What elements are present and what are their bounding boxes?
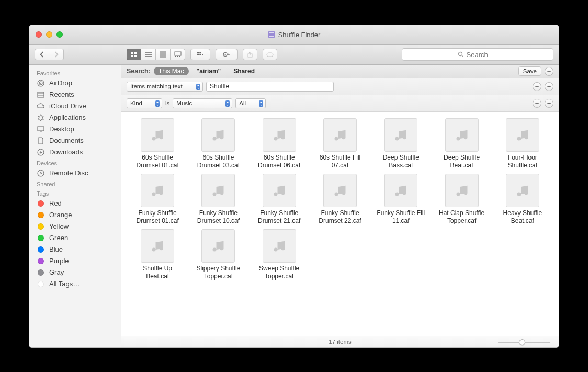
filter-text-input[interactable] — [206, 82, 334, 92]
scope-current-folder[interactable]: "airiam" — [192, 67, 226, 75]
back-button[interactable] — [35, 49, 49, 60]
forward-button[interactable] — [49, 49, 64, 60]
icon-size-slider[interactable] — [498, 342, 550, 343]
sidebar-item-label: Desktop — [49, 125, 74, 133]
file-item[interactable]: Slippery Shuffle Topper.caf — [188, 229, 248, 280]
sidebar-item[interactable]: Orange — [29, 209, 121, 221]
list-view-button[interactable] — [141, 49, 156, 60]
file-name: Four-Floor Shuffle.caf — [496, 154, 549, 170]
sidebar-item-label: Documents — [49, 137, 84, 144]
file-item[interactable]: Deep Shuffle Bass.caf — [371, 118, 431, 170]
sidebar-item[interactable]: Remote Disc — [29, 167, 121, 179]
svg-rect-27 — [38, 92, 44, 97]
sidebar-item-label: Red — [49, 199, 62, 207]
svg-rect-3 — [134, 55, 137, 57]
remove-filter-button[interactable]: − — [533, 99, 541, 108]
file-item[interactable]: Funky Shuffle Drumset 10.caf — [188, 174, 248, 225]
music-file-icon — [323, 174, 357, 207]
file-name: Funky Shuffle Fill 11.caf — [375, 209, 427, 225]
add-filter-button[interactable]: + — [545, 99, 553, 108]
sidebar-item[interactable]: Green — [29, 232, 121, 244]
file-name: 60s Shuffle Drumset 03.caf — [192, 154, 244, 170]
filter-op-label: is — [165, 100, 169, 106]
scope-shared[interactable]: Shared — [229, 67, 259, 75]
add-filter-button[interactable]: + — [545, 82, 553, 91]
file-name: Deep Shuffle Beat.caf — [436, 154, 488, 170]
arrange-button[interactable] — [190, 49, 210, 60]
tags-button[interactable] — [263, 49, 277, 60]
file-item[interactable]: Funky Shuffle Drumset 01.caf — [128, 174, 187, 225]
sidebar-item[interactable]: Recents — [29, 89, 121, 100]
file-item[interactable]: Hat Clap Shuffle Topper.caf — [432, 174, 491, 225]
window-title: Shuffle Finder — [278, 31, 321, 39]
file-item[interactable]: Heavy Shuffle Beat.caf — [493, 174, 552, 225]
file-item[interactable]: Funky Shuffle Fill 11.caf — [371, 174, 431, 225]
sidebar-item-label: Gray — [49, 268, 64, 276]
file-item[interactable]: Deep Shuffle Beat.caf — [432, 118, 491, 170]
file-name: Funky Shuffle Drumset 22.caf — [314, 209, 366, 225]
criterion-popup-text[interactable]: Items matching text — [127, 82, 203, 92]
svg-point-22 — [458, 52, 462, 56]
search-scope-bar: Search: This Mac "airiam" Shared Save − — [121, 65, 559, 78]
svg-point-33 — [38, 170, 44, 176]
apps-icon — [37, 114, 45, 122]
sidebar-item[interactable]: Desktop — [29, 123, 121, 135]
sidebar-item[interactable]: Gray — [29, 267, 121, 278]
column-view-button[interactable] — [156, 49, 171, 60]
tag-dot-icon — [38, 281, 44, 287]
file-item[interactable]: 60s Shuffle Drumset 01.caf — [128, 118, 187, 170]
file-item[interactable]: Funky Shuffle Drumset 22.caf — [310, 174, 370, 225]
share-button[interactable] — [243, 49, 257, 60]
action-button[interactable] — [216, 49, 238, 60]
file-name: Shuffle Up Beat.caf — [131, 265, 184, 280]
sidebar-item[interactable]: Blue — [29, 244, 121, 255]
sidebar-item[interactable]: AirDrop — [29, 77, 121, 89]
sidebar-item-label: iCloud Drive — [49, 102, 86, 110]
kind-popup[interactable]: Music — [173, 98, 232, 108]
scope-this-mac[interactable]: This Mac — [154, 67, 189, 75]
file-item[interactable]: 60s Shuffle Drumset 06.caf — [250, 118, 309, 170]
sidebar-item-label: Green — [49, 234, 68, 242]
file-item[interactable]: 60s Shuffle Fill 07.caf — [310, 118, 370, 170]
file-item[interactable]: Four-Floor Shuffle.caf — [493, 118, 552, 170]
svg-rect-17 — [199, 54, 201, 55]
sidebar-item[interactable]: Downloads — [29, 146, 121, 158]
icon-view-button[interactable] — [127, 49, 141, 60]
status-bar: 17 items — [121, 336, 559, 347]
main-area: Search: This Mac "airiam" Shared Save − … — [121, 65, 559, 347]
file-item[interactable]: 60s Shuffle Drumset 03.caf — [188, 118, 248, 170]
file-item[interactable]: Funky Shuffle Drumset 21.caf — [250, 174, 309, 225]
svg-point-26 — [40, 83, 41, 84]
file-item[interactable]: Sweep Shuffle Topper.caf — [250, 229, 309, 280]
sidebar-item[interactable]: Red — [29, 198, 121, 209]
sidebar-item[interactable]: Yellow — [29, 221, 121, 232]
search-icon — [458, 51, 464, 58]
music-file-icon — [384, 174, 417, 207]
gallery-view-button[interactable] — [171, 49, 185, 60]
remove-filter-button[interactable]: − — [533, 82, 541, 91]
save-search-button[interactable]: Save — [518, 66, 541, 76]
kind-sub-popup[interactable]: All — [235, 98, 266, 108]
file-name: Slippery Shuffle Topper.caf — [192, 265, 244, 280]
sidebar-item[interactable]: Documents — [29, 135, 121, 146]
criterion-popup-attr[interactable]: Kind — [127, 98, 162, 108]
sidebar-item-label: All Tags… — [49, 280, 80, 288]
documents-icon — [37, 137, 45, 145]
search-input[interactable] — [467, 51, 498, 59]
sidebar-item[interactable]: Applications — [29, 112, 121, 123]
file-grid[interactable]: 60s Shuffle Drumset 01.caf60s Shuffle Dr… — [121, 112, 559, 336]
svg-rect-0 — [131, 52, 133, 54]
music-file-icon — [141, 174, 174, 207]
sidebar-item[interactable]: All Tags… — [29, 278, 121, 290]
sidebar-item[interactable]: iCloud Drive — [29, 100, 121, 112]
sidebar-section-header: Shared — [29, 179, 121, 188]
search-field[interactable] — [402, 48, 553, 61]
desktop-icon — [37, 125, 45, 133]
sidebar-item[interactable]: Purple — [29, 255, 121, 267]
remove-search-button[interactable]: − — [545, 67, 553, 76]
sidebar-item-label: Purple — [49, 257, 69, 265]
file-item[interactable]: Shuffle Up Beat.caf — [128, 229, 187, 280]
music-file-icon — [445, 118, 479, 152]
music-file-icon — [201, 174, 235, 207]
sidebar-item-label: AirDrop — [49, 79, 72, 87]
